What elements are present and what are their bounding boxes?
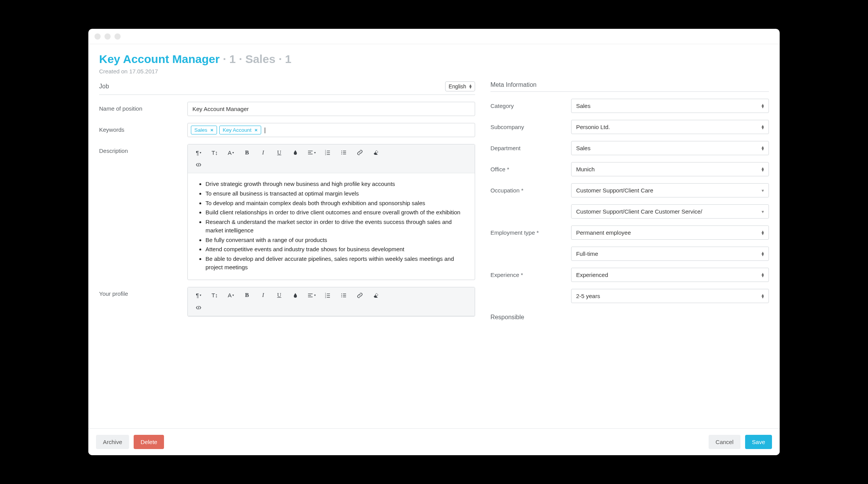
description-item: Drive strategic growth through new busin… <box>205 180 468 188</box>
paragraph-format-button[interactable]: ¶▾ <box>191 147 206 158</box>
delete-button[interactable]: Delete <box>134 435 164 449</box>
svg-point-27 <box>341 295 342 296</box>
employment-time-value: Full-time <box>576 250 598 257</box>
occupation-label: Occupation * <box>490 187 571 194</box>
align-button[interactable]: ▾ <box>304 147 319 158</box>
text-color-button[interactable] <box>288 290 303 301</box>
keyword-tag-label: Key Account <box>223 127 252 133</box>
keyword-tag: Sales × <box>191 126 217 134</box>
tag-remove-icon[interactable]: × <box>255 127 258 133</box>
meta-column: Meta Information Category Sales Subcompa… <box>490 81 769 428</box>
save-button[interactable]: Save <box>745 435 772 449</box>
subcompany-select[interactable]: Personio Ltd. <box>571 120 769 134</box>
italic-button[interactable]: I <box>255 290 271 301</box>
editor-toolbar: ¶▾ T↕ A▾ B I U ▾ 123 <box>188 287 475 316</box>
experience-years-value: 2-5 years <box>576 293 600 299</box>
text-cursor: | <box>264 127 266 134</box>
code-view-button[interactable] <box>191 159 206 171</box>
name-input[interactable] <box>187 102 475 116</box>
unordered-list-button[interactable] <box>336 290 351 301</box>
editor-toolbar: ¶▾ T↕ A▾ B I U ▾ 123 <box>188 144 475 173</box>
svg-text:3: 3 <box>325 154 326 156</box>
row-category: Category Sales <box>490 99 769 113</box>
description-item: Research & understand the market sector … <box>205 218 468 235</box>
language-value: English <box>449 83 466 90</box>
bold-button[interactable]: B <box>239 290 255 301</box>
row-experience: Experience * Experienced <box>490 268 769 282</box>
description-item: Be able to develop and deliver accurate … <box>205 255 468 272</box>
ordered-list-button[interactable]: 123 <box>320 290 335 301</box>
link-button[interactable] <box>352 290 368 301</box>
row-name: Name of position <box>99 102 475 116</box>
occupation-select[interactable]: Customer Support/Client Care <box>571 183 769 197</box>
align-button[interactable]: ▾ <box>304 290 319 301</box>
description-item: To develop and maintain complex deals bo… <box>205 199 468 207</box>
clear-format-button[interactable] <box>368 290 384 301</box>
font-size-button[interactable]: T↕ <box>207 147 222 158</box>
italic-button[interactable]: I <box>255 147 271 158</box>
font-family-button[interactable]: A▾ <box>223 147 239 158</box>
caret-icon <box>761 104 765 108</box>
responsible-section-header: Responsible <box>490 314 769 324</box>
titlebar <box>88 29 780 44</box>
link-button[interactable] <box>352 147 368 158</box>
category-select[interactable]: Sales <box>571 99 769 113</box>
description-item: Attend competitive events and industry t… <box>205 245 468 254</box>
job-section-header: Job English <box>99 81 475 95</box>
keyword-tag-label: Sales <box>194 127 207 133</box>
text-color-button[interactable] <box>288 147 303 158</box>
experience-select[interactable]: Experienced <box>571 268 769 282</box>
keywords-input[interactable]: Sales × Key Account × | <box>187 123 475 137</box>
subcompany-label: Subcompany <box>490 124 571 130</box>
svg-point-11 <box>341 152 342 153</box>
tag-remove-icon[interactable]: × <box>210 127 214 133</box>
caret-icon <box>469 84 472 89</box>
description-body[interactable]: Drive strategic growth through new busin… <box>188 173 475 280</box>
row-occupation-sub: Customer Support/Client Care Customer Se… <box>490 204 769 219</box>
cancel-button[interactable]: Cancel <box>709 435 740 449</box>
experience-years-select[interactable]: 2-5 years <box>571 289 769 303</box>
app-window: Key Account Manager · 1 · Sales · 1 Crea… <box>88 29 780 455</box>
underline-button[interactable]: U <box>272 290 287 301</box>
occupation-sub-select[interactable]: Customer Support/Client Care Customer Se… <box>571 204 769 219</box>
keyword-tag: Key Account × <box>219 126 261 134</box>
svg-line-15 <box>198 163 199 166</box>
language-select[interactable]: English <box>445 81 475 91</box>
created-on: Created on 17.05.2017 <box>99 68 769 75</box>
row-occupation: Occupation * Customer Support/Client Car… <box>490 183 769 197</box>
description-list: Drive strategic growth through new busin… <box>195 180 468 272</box>
caret-icon <box>761 146 765 151</box>
window-close-dot[interactable] <box>94 33 101 40</box>
unordered-list-button[interactable] <box>336 147 351 158</box>
archive-button[interactable]: Archive <box>96 435 129 449</box>
experience-value: Experienced <box>576 272 608 278</box>
font-family-button[interactable]: A▾ <box>223 290 239 301</box>
profile-label: Your profile <box>99 287 187 297</box>
meta-section-title: Meta Information <box>490 81 537 88</box>
row-experience-years: 2-5 years <box>490 289 769 303</box>
paragraph-format-button[interactable]: ¶▾ <box>191 290 206 301</box>
window-zoom-dot[interactable] <box>114 33 121 40</box>
title-main: Key Account Manager <box>99 53 220 65</box>
content: Key Account Manager · 1 · Sales · 1 Crea… <box>88 44 780 455</box>
occupation-sub-value: Customer Support/Client Care Customer Se… <box>576 208 702 215</box>
employment-select[interactable]: Permanent employee <box>571 225 769 240</box>
office-select[interactable]: Munich <box>571 162 769 176</box>
bold-button[interactable]: B <box>239 147 255 158</box>
font-size-button[interactable]: T↕ <box>207 290 222 301</box>
keywords-label: Keywords <box>99 123 187 133</box>
category-value: Sales <box>576 103 591 109</box>
ordered-list-button[interactable]: 123 <box>320 147 335 158</box>
code-view-button[interactable] <box>191 302 206 313</box>
category-label: Category <box>490 103 571 109</box>
window-minimize-dot[interactable] <box>104 33 111 40</box>
department-value: Sales <box>576 145 591 151</box>
meta-section-header: Meta Information <box>490 81 769 92</box>
subcompany-value: Personio Ltd. <box>576 124 610 130</box>
department-select[interactable]: Sales <box>571 141 769 155</box>
employment-time-select[interactable]: Full-time <box>571 247 769 261</box>
underline-button[interactable]: U <box>272 147 287 158</box>
row-profile: Your profile ¶▾ T↕ A▾ B I U ▾ <box>99 287 475 317</box>
clear-format-button[interactable] <box>368 147 384 158</box>
form-body: Job English Name of position Keywords <box>88 78 780 428</box>
